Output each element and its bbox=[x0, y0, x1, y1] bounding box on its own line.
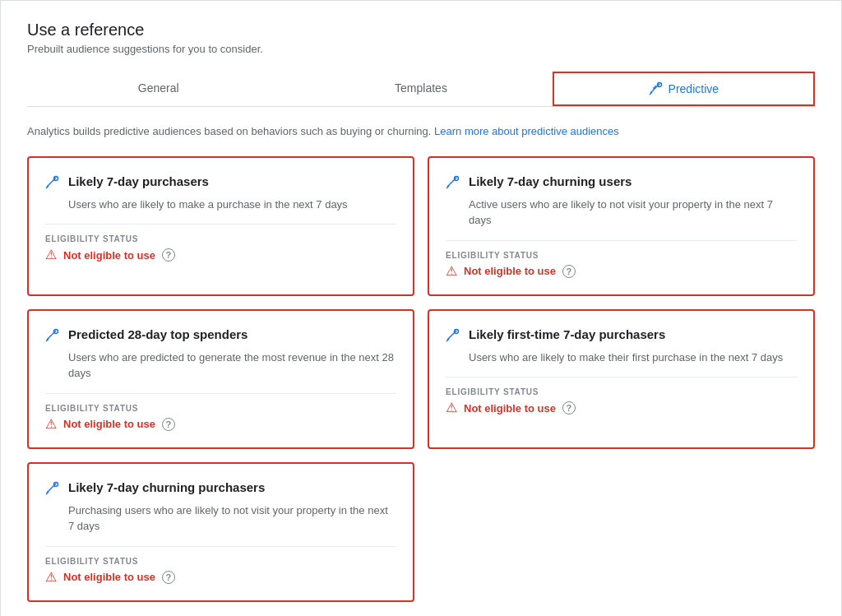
card-title: Likely 7-day churning users bbox=[469, 174, 632, 188]
tab-templates-label: Templates bbox=[395, 81, 447, 95]
error-icon: ⚠ bbox=[45, 418, 57, 431]
error-icon: ⚠ bbox=[45, 248, 57, 262]
tab-predictive[interactable]: Predictive bbox=[553, 72, 815, 106]
card-divider bbox=[45, 224, 396, 225]
card-desc: Active users who are likely to not visit… bbox=[469, 197, 797, 229]
card-divider bbox=[45, 546, 396, 547]
card-divider bbox=[446, 377, 797, 377]
help-icon[interactable]: ? bbox=[562, 265, 576, 278]
help-icon[interactable]: ? bbox=[562, 401, 576, 415]
card-desc: Users who are likely to make their first… bbox=[469, 350, 797, 366]
predictive-icon bbox=[649, 81, 664, 96]
card-likely-7day-churning-purchasers[interactable]: Likely 7-day churning purchasers Purchas… bbox=[27, 462, 414, 602]
card-title: Likely 7-day churning purchasers bbox=[68, 480, 265, 494]
eligibility-status: ⚠ Not eligible to use ? bbox=[45, 418, 396, 431]
card-title: Likely first-time 7-day purchasers bbox=[469, 327, 665, 341]
cards-grid: Likely 7-day purchasers Users who are li… bbox=[27, 156, 815, 602]
card-divider bbox=[446, 240, 797, 241]
tab-general-label: General bbox=[138, 81, 179, 95]
svg-line-5 bbox=[650, 92, 652, 95]
card-desc: Users who are likely to make a purchase … bbox=[68, 197, 396, 213]
error-icon: ⚠ bbox=[446, 401, 457, 415]
error-icon: ⚠ bbox=[446, 265, 457, 278]
page-wrapper: Use a reference Prebuilt audience sugges… bbox=[0, 0, 842, 616]
card-likely-7day-churning[interactable]: Likely 7-day churning users Active users… bbox=[428, 156, 815, 296]
info-bar: Analytics builds predictive audiences ba… bbox=[27, 123, 815, 140]
eligibility-label: ELIGIBILITY STATUS bbox=[45, 234, 396, 243]
status-text: Not eligible to use bbox=[464, 402, 556, 415]
card-divider bbox=[45, 393, 396, 394]
help-icon[interactable]: ? bbox=[162, 571, 175, 584]
learn-more-text: Learn more about predictive audiences bbox=[434, 125, 619, 137]
card-header: Likely 7-day purchasers bbox=[45, 174, 396, 190]
tabs-container: General Templates Predictive bbox=[27, 72, 815, 107]
card-title: Likely 7-day purchasers bbox=[68, 174, 209, 188]
eligibility-label: ELIGIBILITY STATUS bbox=[45, 557, 396, 566]
card-predicted-28day-spenders[interactable]: Predicted 28-day top spenders Users who … bbox=[27, 309, 414, 449]
status-text: Not eligible to use bbox=[63, 571, 155, 583]
svg-line-17 bbox=[46, 339, 49, 341]
eligibility-status: ⚠ Not eligible to use ? bbox=[45, 248, 396, 262]
svg-line-25 bbox=[46, 492, 49, 494]
card-predictive-icon bbox=[446, 328, 460, 343]
card-title: Predicted 28-day top spenders bbox=[68, 327, 248, 341]
status-text: Not eligible to use bbox=[63, 418, 155, 430]
tab-predictive-label: Predictive bbox=[669, 82, 719, 95]
svg-line-21 bbox=[446, 339, 449, 341]
tab-general[interactable]: General bbox=[27, 72, 289, 106]
svg-line-9 bbox=[46, 186, 49, 188]
status-text: Not eligible to use bbox=[63, 249, 155, 262]
eligibility-label: ELIGIBILITY STATUS bbox=[446, 387, 797, 396]
help-icon[interactable]: ? bbox=[162, 418, 175, 431]
error-icon: ⚠ bbox=[45, 571, 57, 584]
card-predictive-icon bbox=[446, 175, 460, 190]
card-header: Likely 7-day churning users bbox=[446, 174, 797, 190]
info-bar-text: Analytics builds predictive audiences ba… bbox=[27, 125, 431, 137]
eligibility-status: ⚠ Not eligible to use ? bbox=[446, 265, 797, 278]
eligibility-label: ELIGIBILITY STATUS bbox=[446, 251, 797, 260]
eligibility-status: ⚠ Not eligible to use ? bbox=[45, 571, 396, 584]
card-header: Predicted 28-day top spenders bbox=[45, 327, 396, 343]
card-predictive-icon bbox=[45, 481, 60, 496]
eligibility-status: ⚠ Not eligible to use ? bbox=[446, 401, 797, 415]
card-likely-firsttime-purchasers[interactable]: Likely first-time 7-day purchasers Users… bbox=[428, 309, 815, 449]
card-predictive-icon bbox=[45, 175, 60, 190]
page-title: Use a reference bbox=[27, 21, 815, 39]
eligibility-label: ELIGIBILITY STATUS bbox=[45, 404, 396, 413]
card-likely-7day-purchasers[interactable]: Likely 7-day purchasers Users who are li… bbox=[27, 156, 414, 296]
tab-templates[interactable]: Templates bbox=[289, 72, 552, 106]
svg-line-13 bbox=[446, 186, 449, 188]
card-desc: Users who are predicted to generate the … bbox=[68, 350, 396, 382]
card-predictive-icon bbox=[45, 328, 60, 343]
card-header: Likely 7-day churning purchasers bbox=[45, 480, 396, 496]
status-text: Not eligible to use bbox=[464, 265, 556, 277]
help-icon[interactable]: ? bbox=[162, 248, 175, 262]
card-header: Likely first-time 7-day purchasers bbox=[446, 327, 797, 343]
card-desc: Purchasing users who are likely to not v… bbox=[68, 503, 396, 535]
learn-more-link[interactable]: Learn more about predictive audiences bbox=[434, 125, 619, 137]
page-subtitle: Prebuilt audience suggestions for you to… bbox=[27, 43, 815, 55]
